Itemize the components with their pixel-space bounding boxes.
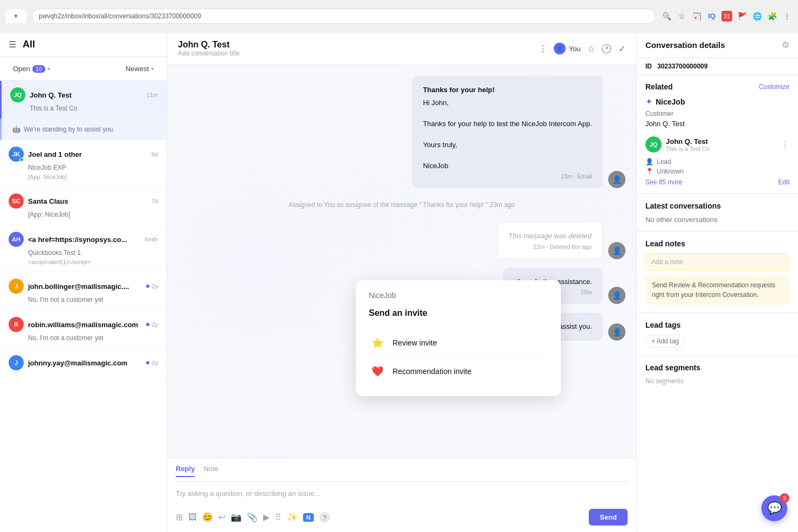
- contact-name: robin.williams@mailismagic.com: [28, 321, 142, 329]
- system-preview: We're standing by to assist you.: [24, 126, 115, 133]
- list-item[interactable]: R robin.williams@mailismagic.com 2y No, …: [0, 310, 167, 349]
- sort-label: Newest: [126, 65, 149, 73]
- edit-link[interactable]: Edit: [778, 178, 789, 186]
- conv-preview: NiceJob EXP: [9, 164, 158, 171]
- review-invite-label: Review invite: [393, 338, 437, 347]
- lead-tags-title: Lead tags: [645, 321, 680, 329]
- avatar: AH: [9, 232, 24, 247]
- sender-avatar: 👤: [608, 323, 625, 341]
- notification-badge: 9: [780, 493, 789, 503]
- panel-header: Conversation details ⚙: [637, 32, 798, 58]
- nicejob-badge-icon[interactable]: N: [303, 513, 314, 522]
- header-info: John Q. Test Add conversation title: [178, 40, 240, 57]
- browser-new-tab[interactable]: +: [5, 9, 26, 23]
- photo-icon[interactable]: 📷: [231, 512, 242, 522]
- reply-icon[interactable]: ↩: [218, 512, 225, 522]
- conv-preview: Quickbooks Test 1: [9, 249, 158, 257]
- lead-tag-row: 👤 Lead: [645, 158, 789, 165]
- reply-input[interactable]: Try asking a question, or describing an …: [176, 487, 628, 503]
- iq-icon[interactable]: IQ: [706, 11, 717, 22]
- lead-notes-section: Lead notes Add a note Send Review & Reco…: [637, 232, 798, 313]
- apps-icon[interactable]: ⠿: [275, 512, 281, 522]
- status-dropdown-arrow: ▾: [47, 66, 50, 72]
- search-icon[interactable]: 🔍: [661, 11, 672, 22]
- add-tag-button[interactable]: + Add tag: [645, 335, 685, 348]
- sender-avatar: 👤: [608, 242, 625, 259]
- see-more-link[interactable]: See 85 more: [645, 178, 683, 186]
- lead-segments-section: Lead segments No segments: [637, 356, 798, 392]
- list-item[interactable]: J johnny.yay@mailismagic.com 2y: [0, 349, 167, 377]
- no-segments-label: No segments: [645, 377, 789, 385]
- customize-button[interactable]: Customize: [759, 83, 789, 91]
- star-icon[interactable]: ☆: [587, 44, 595, 54]
- help-icon[interactable]: ?: [319, 512, 330, 523]
- list-item[interactable]: SC Santa Claus 7d [App: NiceJob]: [0, 187, 167, 225]
- conv-time: 11m: [147, 92, 158, 98]
- list-item[interactable]: 🤖 We're standing by to assist you.: [0, 119, 167, 140]
- table-icon[interactable]: ⊞: [176, 512, 183, 522]
- deleted-message-bubble: This message was deleted 22m · Deleted 8…: [497, 222, 603, 259]
- bookmark-icon[interactable]: ☆: [676, 11, 687, 22]
- chat-bubble-icon: 💬: [767, 501, 782, 515]
- flag-icon[interactable]: 🚩: [737, 11, 747, 22]
- snooze-icon[interactable]: 🕐: [601, 44, 612, 54]
- recommendation-invite-label: Recommendation invite: [393, 367, 471, 376]
- reply-area: Reply Note Try asking a question, or des…: [167, 458, 636, 532]
- message-item: This message was deleted 22m · Deleted 8…: [178, 222, 625, 259]
- assignee-button[interactable]: 👤 You: [554, 43, 581, 54]
- resolve-icon[interactable]: ✓: [618, 44, 625, 54]
- no-conversations-label: No other conversations: [645, 216, 789, 224]
- send-button[interactable]: Send: [589, 509, 628, 526]
- recommendation-icon: ❤️: [369, 363, 386, 380]
- lead-notes-title: Lead notes: [645, 239, 685, 248]
- sender-avatar: 👤: [608, 171, 625, 188]
- note-input[interactable]: Add a note: [645, 253, 789, 271]
- tab-note[interactable]: Note: [203, 465, 218, 477]
- review-invite-item[interactable]: ⭐ Review invite: [369, 329, 548, 357]
- contact-more-icon[interactable]: ⋮: [781, 140, 789, 150]
- location-icon: 📍: [645, 168, 653, 175]
- puzzle-icon[interactable]: 🧩: [767, 11, 778, 22]
- attachment-icon[interactable]: 📎: [247, 512, 258, 522]
- more-options-icon[interactable]: ⋮: [539, 44, 547, 54]
- more-icon[interactable]: ⋮: [782, 11, 793, 22]
- list-item[interactable]: AH <a href=https://synopsys.co... 6mth Q…: [0, 225, 167, 272]
- translate-icon[interactable]: 🌐: [752, 11, 762, 22]
- avatar: JK: [9, 147, 24, 162]
- list-item[interactable]: JK Joel and 1 other 6d NiceJob EXP [App:…: [0, 140, 167, 187]
- new-tab-icon: +: [14, 12, 18, 20]
- sort-filter[interactable]: Newest ▾: [121, 63, 158, 75]
- status-label: Open: [13, 65, 30, 73]
- conv-preview: [App: NiceJob]: [9, 211, 158, 218]
- deleted-message-text: This message was deleted: [508, 231, 591, 241]
- message-subject: Thanks for your help!: [423, 85, 592, 95]
- lead-segments-title: Lead segments: [645, 363, 700, 372]
- settings-icon[interactable]: ⚙: [782, 40, 789, 50]
- recommendation-invite-item[interactable]: ❤️ Recommendation invite: [369, 357, 548, 385]
- tab-reply[interactable]: Reply: [176, 465, 195, 477]
- conv-time: 2y: [152, 283, 158, 289]
- nicejob-sparkle-icon[interactable]: ✨: [287, 512, 298, 522]
- conv-time: 6mth: [145, 236, 158, 243]
- conv-preview: This is a Test Co: [10, 105, 158, 112]
- chat-bubble-button[interactable]: 💬 9: [761, 495, 787, 521]
- extension-arrow-icon[interactable]: 🏹: [691, 11, 702, 22]
- list-item[interactable]: J john.bollinger@mailismagic.... 2y No, …: [0, 272, 167, 310]
- sender-avatar: 👤: [608, 287, 625, 304]
- emoji-icon[interactable]: 😊: [202, 512, 213, 522]
- calendar-ext-icon[interactable]: 31: [721, 11, 732, 22]
- conv-sub: <script>alert(1)</script>: [9, 259, 158, 265]
- bot-icon: 🤖: [12, 126, 20, 133]
- video-icon[interactable]: ▶: [263, 512, 270, 522]
- add-title-btn[interactable]: Add conversation title: [178, 50, 240, 57]
- latest-conversations-section: Latest conversations No other conversati…: [637, 194, 798, 232]
- address-bar[interactable]: pwvqh2z/inbox/inbox/all/conversations/30…: [32, 9, 656, 24]
- image-icon[interactable]: 🖼: [188, 513, 197, 522]
- list-item[interactable]: JQ John Q. Test 11m This is a Test Co: [0, 81, 167, 119]
- nicejob-popup: NiceJob Send an invite ⭐ Review invite ❤…: [356, 280, 561, 396]
- status-filter[interactable]: Open 10 ▾: [9, 63, 54, 75]
- menu-icon[interactable]: ☰: [9, 39, 16, 50]
- header-actions: ⋮ 👤 You ☆ 🕐 ✓: [539, 43, 625, 54]
- related-section: Related Customize ✦ NiceJob Customer Joh…: [637, 75, 798, 194]
- conv-time: 2y: [152, 321, 158, 328]
